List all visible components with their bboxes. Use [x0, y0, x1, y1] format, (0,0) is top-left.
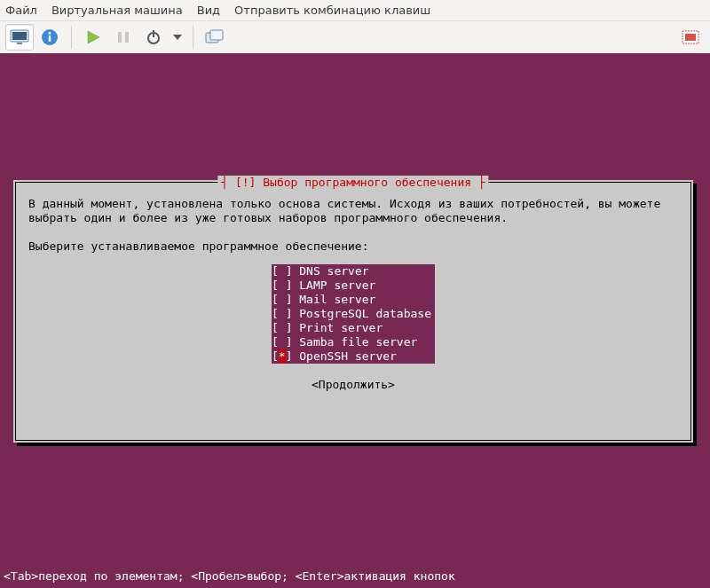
- dialog-description: В данный момент, установлена только осно…: [28, 197, 678, 225]
- svg-rect-7: [118, 32, 122, 43]
- toolbar-separator: [71, 26, 72, 49]
- software-option[interactable]: [ ] Samba file server: [272, 335, 435, 349]
- installer-dialog: ┤ [!] Выбор программного обеспечения ├ В…: [13, 180, 693, 443]
- fullscreen-button[interactable]: [676, 24, 705, 51]
- svg-marker-6: [88, 31, 99, 43]
- svg-rect-15: [685, 34, 696, 41]
- dialog-prompt: Выберите устанавливаемое программное обе…: [28, 239, 678, 254]
- software-option[interactable]: [ ] Print server: [272, 321, 435, 335]
- menu-vm[interactable]: Виртуальная машина: [51, 4, 183, 17]
- menu-sendkeys[interactable]: Отправить комбинацию клавиш: [234, 4, 430, 17]
- toolbar-separator: [193, 26, 193, 49]
- software-option[interactable]: [ ] DNS server: [272, 264, 435, 278]
- software-option[interactable]: [ ] PostgreSQL database: [272, 307, 435, 321]
- svg-rect-2: [17, 43, 22, 44]
- software-option[interactable]: [*] OpenSSH server: [272, 349, 435, 364]
- power-button[interactable]: [139, 24, 168, 51]
- play-button[interactable]: [79, 24, 107, 51]
- menubar: Файл Виртуальная машина Вид Отправить ко…: [0, 0, 710, 21]
- svg-marker-11: [173, 35, 182, 40]
- software-options: [ ] DNS server[ ] LAMP server[ ] Mail se…: [28, 264, 678, 364]
- vm-screen[interactable]: ┤ [!] Выбор программного обеспечения ├ В…: [0, 53, 710, 588]
- console-button[interactable]: [5, 24, 34, 51]
- info-button[interactable]: [36, 24, 64, 51]
- continue-button[interactable]: <Продолжить>: [28, 378, 678, 392]
- software-option[interactable]: [ ] Mail server: [272, 293, 435, 307]
- svg-rect-8: [125, 32, 129, 43]
- toolbar: [0, 21, 710, 53]
- svg-rect-10: [153, 30, 154, 37]
- menu-view[interactable]: Вид: [197, 4, 220, 17]
- menu-file[interactable]: Файл: [5, 4, 37, 17]
- svg-rect-1: [12, 32, 27, 40]
- pause-button[interactable]: [109, 24, 138, 51]
- svg-rect-5: [49, 35, 51, 42]
- software-option[interactable]: [ ] LAMP server: [272, 278, 435, 293]
- svg-point-4: [49, 32, 51, 35]
- svg-rect-13: [210, 30, 223, 40]
- power-dropdown[interactable]: [170, 24, 185, 51]
- dialog-title: ┤ [!] Выбор программного обеспечения ├: [217, 176, 488, 189]
- snapshots-button[interactable]: [201, 24, 229, 51]
- footer-hint: <Tab>переход по элементам; <Пробел>выбор…: [0, 569, 710, 583]
